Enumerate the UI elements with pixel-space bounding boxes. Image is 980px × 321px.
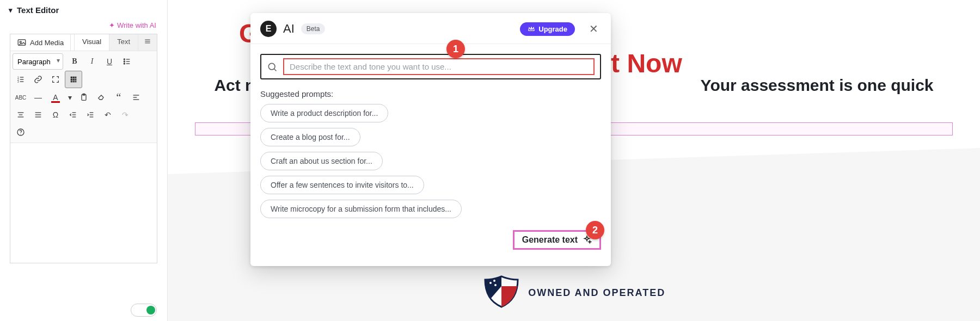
text-color-button[interactable]: A: [47, 89, 64, 106]
paste-button[interactable]: [76, 89, 92, 106]
eraser-icon: [97, 93, 106, 102]
ai-modal-header: E AI Beta Upgrade ✕: [250, 13, 611, 44]
sparkle-icon: ✦: [109, 21, 115, 29]
italic-button[interactable]: I: [84, 53, 100, 70]
svg-point-5: [124, 59, 125, 60]
caret-down-icon: ▾: [9, 6, 13, 14]
svg-point-48: [268, 63, 275, 70]
prompt-input-row: [260, 54, 601, 79]
svg-point-45: [489, 282, 492, 284]
panel-top-bar: Add Media Visual Text: [10, 34, 157, 51]
svg-rect-22: [75, 79, 77, 81]
help-button[interactable]: [13, 124, 29, 140]
prompt-input-highlight: [283, 58, 595, 75]
link-button[interactable]: [30, 71, 46, 88]
link-icon: [34, 75, 42, 84]
svg-rect-17: [71, 77, 72, 78]
outdent-icon: [69, 110, 77, 119]
indent-button[interactable]: [82, 107, 99, 123]
align-button[interactable]: [128, 89, 144, 106]
fullscreen-button[interactable]: [47, 71, 64, 88]
crown-icon: [528, 25, 535, 33]
annotation-step-2: 2: [586, 221, 604, 239]
generate-text-label: Generate text: [522, 235, 578, 245]
align-left-icon: [132, 93, 140, 102]
suggested-prompts-label: Suggested prompts:: [260, 89, 601, 98]
align-center-button[interactable]: [13, 107, 29, 123]
svg-line-49: [274, 69, 277, 71]
shield-flag-icon: [482, 275, 520, 310]
media-icon: [17, 38, 27, 47]
svg-rect-19: [75, 77, 77, 78]
write-with-ai-label: Write with AI: [117, 21, 156, 29]
indent-icon: [86, 110, 95, 119]
elementor-logo-icon: E: [260, 21, 277, 37]
align-justify-button[interactable]: [30, 107, 46, 123]
toggle-dot-icon: [146, 306, 155, 314]
upgrade-button[interactable]: Upgrade: [520, 22, 575, 36]
upgrade-label: Upgrade: [538, 25, 567, 33]
svg-rect-23: [71, 81, 72, 83]
suggested-prompt-chip[interactable]: Write a product description for...: [260, 104, 388, 122]
hamburger-icon: [144, 38, 151, 45]
search-icon: [267, 61, 278, 72]
svg-rect-20: [71, 79, 72, 81]
svg-rect-21: [73, 79, 75, 81]
align-center-icon: [16, 110, 25, 119]
clear-formatting-button[interactable]: [93, 89, 109, 106]
underline-button[interactable]: U: [101, 53, 118, 70]
paragraph-select[interactable]: Paragraph: [13, 53, 63, 70]
align-justify-icon: [34, 110, 42, 119]
grid-icon: [69, 75, 78, 84]
add-media-button[interactable]: Add Media: [10, 34, 71, 51]
expand-icon: [51, 75, 60, 84]
suggested-prompt-chip[interactable]: Create a blog post for...: [260, 128, 360, 146]
svg-text:3: 3: [17, 81, 19, 83]
ai-modal: E AI Beta Upgrade ✕ Suggested prompts: W…: [250, 13, 611, 266]
editor-mode-tabs: Visual Text: [74, 34, 157, 51]
svg-point-44: [20, 134, 21, 134]
special-char-button[interactable]: Ω: [47, 107, 64, 123]
svg-point-7: [124, 61, 125, 62]
svg-rect-18: [73, 77, 75, 78]
editor-sidebar: ▾ Text Editor ✦Write with AI Add Media V…: [0, 0, 168, 321]
numbered-list-icon: 123: [16, 75, 25, 84]
tab-more[interactable]: [138, 34, 157, 51]
outdent-button[interactable]: [65, 107, 81, 123]
svg-rect-25: [75, 81, 77, 83]
undo-button[interactable]: ↶: [100, 107, 116, 123]
rich-text-panel: Add Media Visual Text Paragraph B I U: [10, 34, 157, 263]
formatting-toolbar: Paragraph B I U 123: [10, 51, 157, 143]
footer-logo: OWNED AND OPERATED: [168, 275, 980, 310]
suggested-prompts-list: Write a product description for... Creat…: [260, 104, 601, 218]
suggested-prompt-chip[interactable]: Offer a few sentences to invite visitors…: [260, 176, 424, 194]
bullet-list-button[interactable]: [119, 53, 135, 70]
svg-point-9: [124, 63, 125, 64]
horizontal-rule-button[interactable]: —: [30, 89, 46, 106]
subhead-right: Your assessment is one quick: [701, 76, 934, 94]
svg-point-46: [493, 280, 495, 282]
toolbar-toggle-button[interactable]: [65, 71, 82, 88]
prompt-input[interactable]: [289, 61, 591, 72]
strikethrough-button[interactable]: ABC: [13, 89, 29, 106]
bullet-list-icon: [122, 57, 131, 66]
suggested-prompt-chip[interactable]: Craft an about us section for...: [260, 152, 383, 170]
add-media-label: Add Media: [30, 39, 64, 47]
tab-text[interactable]: Text: [109, 34, 138, 51]
annotation-step-1: 1: [446, 40, 465, 58]
svg-point-47: [494, 284, 497, 286]
bold-button[interactable]: B: [66, 53, 83, 70]
sidebar-header[interactable]: ▾ Text Editor: [0, 0, 167, 18]
ai-modal-title: AI: [283, 22, 295, 36]
sidebar-title: Text Editor: [17, 5, 59, 15]
close-button[interactable]: ✕: [586, 21, 601, 36]
tab-visual[interactable]: Visual: [74, 34, 109, 51]
text-color-dropdown[interactable]: ▾: [65, 89, 75, 106]
status-toggle[interactable]: [131, 304, 157, 317]
write-with-ai-link[interactable]: ✦Write with AI: [0, 18, 167, 34]
numbered-list-button[interactable]: 123: [13, 71, 29, 88]
redo-button[interactable]: ↷: [117, 107, 133, 123]
blockquote-button[interactable]: “: [111, 89, 127, 106]
beta-badge: Beta: [301, 23, 326, 34]
suggested-prompt-chip[interactable]: Write microcopy for a submission form th…: [260, 200, 462, 218]
